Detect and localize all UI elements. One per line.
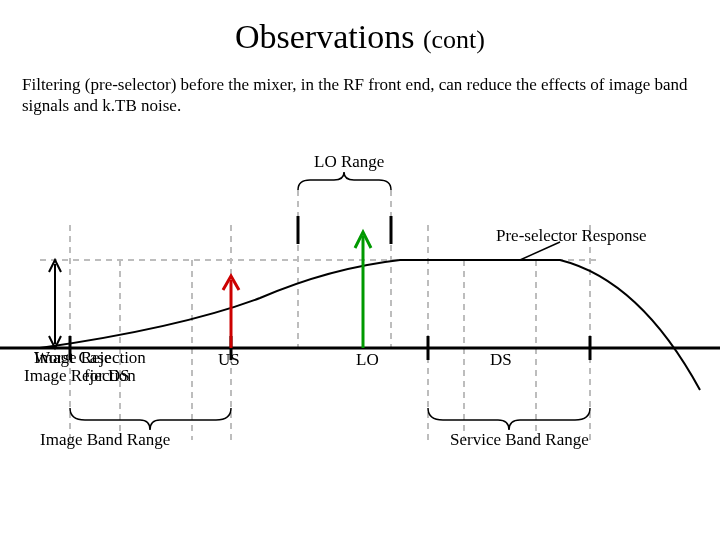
label-preselector-response: Pre-selector Response	[496, 226, 647, 246]
label-worst-case: Worst Case	[34, 348, 111, 368]
label-lo-range: LO Range	[314, 152, 384, 172]
label-image-band-range: Image Band Range	[40, 430, 170, 450]
label-lo: LO	[356, 350, 379, 370]
label-ds: DS	[490, 350, 512, 370]
label-service-band-range: Service Band Range	[450, 430, 589, 450]
label-us: US	[218, 350, 240, 370]
page-title: Observations	[235, 18, 414, 55]
label-for-ds: for DS	[84, 366, 130, 386]
page-title-sub: (cont)	[423, 25, 485, 54]
diagram-stage: LO Range Pre-selector Response Image Rej…	[0, 130, 720, 520]
intro-paragraph: Filtering (pre-selector) before the mixe…	[0, 56, 720, 117]
diagram-svg	[0, 130, 720, 520]
